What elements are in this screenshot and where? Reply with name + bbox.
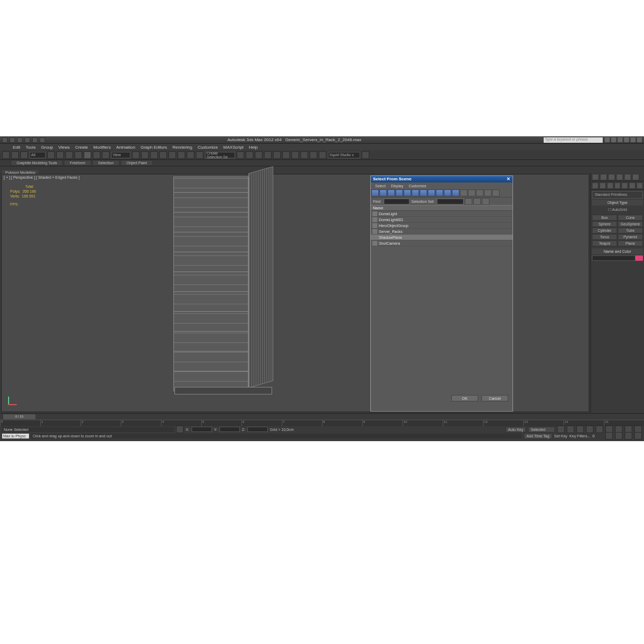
time-slider-thumb[interactable]: 0 / 15 bbox=[3, 414, 35, 419]
helpers-icon[interactable] bbox=[621, 182, 628, 189]
window-crossing-icon[interactable] bbox=[75, 151, 82, 159]
viewport-label[interactable]: [ + ] [ Perspective ] [ Shaded + Edged F… bbox=[4, 175, 79, 179]
pan-icon[interactable] bbox=[605, 432, 613, 440]
geometry-icon[interactable] bbox=[592, 182, 598, 189]
sfs-filter-groups-icon[interactable] bbox=[420, 189, 427, 196]
app-icon[interactable] bbox=[2, 137, 8, 143]
infocenter-icon[interactable] bbox=[605, 137, 610, 142]
select-name-icon[interactable] bbox=[56, 151, 64, 159]
render-frame-icon[interactable] bbox=[310, 151, 317, 159]
sfs-filter-frozen-icon[interactable] bbox=[452, 189, 459, 196]
minimize-icon[interactable] bbox=[624, 137, 629, 142]
sfs-list[interactable]: DomeLight DomeLight001 HeroObjectGroup S… bbox=[371, 211, 513, 393]
create-tab-icon[interactable] bbox=[592, 174, 599, 180]
selection-filter[interactable]: All bbox=[30, 152, 46, 158]
render-last-icon[interactable] bbox=[362, 151, 369, 159]
maximize-icon[interactable] bbox=[631, 137, 635, 142]
star-icon[interactable] bbox=[611, 137, 616, 142]
teapot-button[interactable]: Teapot bbox=[592, 240, 617, 246]
ref-coord-system[interactable]: View bbox=[111, 152, 130, 158]
lights-icon[interactable] bbox=[607, 182, 613, 189]
walk-icon[interactable] bbox=[625, 432, 632, 440]
time-ruler[interactable]: 0 1 2 3 4 5 6 7 8 9 10 11 12 13 14 15 bbox=[0, 420, 644, 426]
tab-freeform[interactable]: Freeform bbox=[64, 160, 91, 166]
menu-maxscript[interactable]: MAXScript bbox=[223, 145, 244, 150]
primitives-dropdown[interactable]: Standard Primitives bbox=[592, 191, 643, 199]
ribbon-toggle-icon[interactable] bbox=[264, 151, 272, 159]
snap-icon[interactable] bbox=[159, 151, 167, 159]
sfs-close-icon[interactable]: ✕ bbox=[507, 177, 510, 182]
sfs-selset-add-icon[interactable] bbox=[465, 198, 472, 205]
new-icon[interactable] bbox=[10, 137, 15, 143]
material-editor-icon[interactable] bbox=[291, 151, 299, 159]
orbit-icon[interactable] bbox=[615, 432, 623, 440]
autogrid-checkbox[interactable]: ☐ AutoGrid bbox=[592, 207, 643, 213]
sfs-selset-combo[interactable] bbox=[437, 199, 464, 204]
move-icon[interactable] bbox=[84, 151, 91, 159]
sphere-button[interactable]: Sphere bbox=[592, 221, 617, 227]
frame-field[interactable]: 0 bbox=[592, 434, 603, 438]
sfs-filter-cameras-icon[interactable] bbox=[396, 189, 403, 196]
sfs-selset-remove-icon[interactable] bbox=[473, 198, 481, 205]
sfs-filter-xrefs-icon[interactable] bbox=[428, 189, 435, 196]
cameras-icon[interactable] bbox=[614, 182, 621, 189]
sfs-select-all-icon[interactable] bbox=[460, 189, 467, 196]
next-frame-icon[interactable] bbox=[586, 426, 594, 433]
time-slider[interactable]: 0 / 15 bbox=[0, 413, 644, 420]
cone-button[interactable]: Cone bbox=[618, 215, 643, 221]
goto-end-icon[interactable] bbox=[596, 426, 603, 433]
sfs-item[interactable]: ShotCamera bbox=[371, 240, 513, 246]
sfs-selset-select-icon[interactable] bbox=[482, 198, 489, 205]
select-icon[interactable] bbox=[47, 151, 55, 159]
sfs-item[interactable]: HeroObjectGroup bbox=[371, 223, 513, 229]
sfs-expand-icon[interactable] bbox=[492, 189, 500, 196]
display-tab-icon[interactable] bbox=[624, 174, 631, 180]
sfs-ok-button[interactable]: OK bbox=[451, 395, 478, 401]
menu-edit[interactable]: Edit bbox=[13, 145, 20, 150]
server-rack-model[interactable] bbox=[173, 177, 275, 399]
sfs-menu-customize[interactable]: Customize bbox=[408, 184, 426, 188]
sfs-find-input[interactable] bbox=[384, 199, 409, 204]
unlink-icon[interactable] bbox=[11, 151, 19, 159]
create-selection-set[interactable]: Create Selection Se bbox=[205, 152, 235, 158]
sfs-titlebar[interactable]: Select From Scene✕ bbox=[371, 176, 513, 182]
torus-button[interactable]: Torus bbox=[592, 234, 617, 240]
utilities-tab-icon[interactable] bbox=[632, 174, 639, 180]
tab-graphite[interactable]: Graphite Modeling Tools bbox=[11, 160, 63, 166]
modify-tab-icon[interactable] bbox=[600, 174, 607, 180]
menu-group[interactable]: Group bbox=[41, 145, 53, 150]
x-field[interactable] bbox=[192, 427, 212, 432]
open-icon[interactable] bbox=[17, 137, 23, 143]
curve-editor-icon[interactable] bbox=[273, 151, 281, 159]
key-filters-button[interactable]: Key Filters... bbox=[569, 434, 590, 438]
spacewarps-icon[interactable] bbox=[629, 182, 635, 189]
maximize-viewport-icon[interactable] bbox=[634, 432, 642, 440]
menu-help[interactable]: Help bbox=[249, 145, 258, 150]
angle-snap-icon[interactable] bbox=[169, 151, 176, 159]
sfs-filter-containers-icon[interactable] bbox=[444, 189, 451, 196]
align-icon[interactable] bbox=[246, 151, 253, 159]
goto-start-icon[interactable] bbox=[557, 426, 565, 433]
menu-tools[interactable]: Tools bbox=[26, 145, 36, 150]
sfs-filter-geometry-icon[interactable] bbox=[371, 189, 379, 196]
geosphere-button[interactable]: GeoSphere bbox=[618, 221, 643, 227]
box-button[interactable]: Box bbox=[592, 215, 617, 221]
sfs-funnel-icon[interactable] bbox=[484, 189, 492, 196]
mirror-icon[interactable] bbox=[237, 151, 244, 159]
sfs-item[interactable]: DomeLight001 bbox=[371, 217, 513, 223]
spinner-snap-icon[interactable] bbox=[187, 151, 194, 159]
bind-icon[interactable] bbox=[20, 151, 28, 159]
prev-frame-icon[interactable] bbox=[567, 426, 574, 433]
manipulate-icon[interactable] bbox=[141, 151, 149, 159]
menu-rendering[interactable]: Rendering bbox=[172, 145, 192, 150]
y-field[interactable] bbox=[219, 427, 240, 432]
object-name-field[interactable] bbox=[592, 255, 635, 261]
region-icon[interactable] bbox=[65, 151, 73, 159]
cylinder-button[interactable]: Cylinder bbox=[592, 228, 617, 233]
edit-named-sel-icon[interactable] bbox=[196, 151, 203, 159]
menu-customize[interactable]: Customize bbox=[197, 145, 218, 150]
motion-tab-icon[interactable] bbox=[616, 174, 623, 180]
link-icon[interactable] bbox=[2, 151, 10, 159]
sfs-filter-lights-icon[interactable] bbox=[387, 189, 395, 196]
lock-selection-icon[interactable] bbox=[176, 426, 184, 433]
